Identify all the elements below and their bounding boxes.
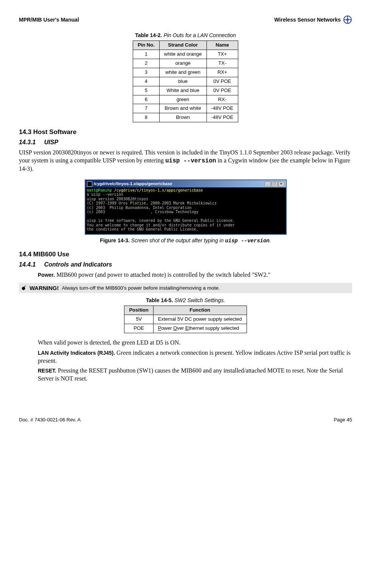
terminal-line: the conditions of the GNU General Public… (87, 227, 199, 231)
col-header: Name (206, 41, 238, 50)
minimize-icon[interactable]: _ (265, 181, 271, 187)
table-14-2-label: Table 14-2. (135, 32, 162, 38)
run-in-label: Power. (38, 272, 55, 278)
cell: White and blue (159, 86, 206, 95)
reset-paragraph: RESET. Pressing the RESET pushbutton (SW… (38, 367, 352, 383)
cell: green (159, 95, 206, 104)
section-14-4-1-heading: 14.4.1 Controls and Indicators (19, 261, 352, 269)
subsection-number: 14.3.1 (19, 139, 36, 145)
cell: POE (124, 324, 153, 333)
cell: 0V POE (206, 77, 238, 86)
page-header: MPR/MIB User's Manual Wireless Sensor Ne… (19, 15, 352, 24)
footer-page-number: Page 45 (334, 417, 352, 423)
inline-code: uisp --version (225, 238, 270, 244)
col-header: Pin No. (133, 41, 159, 50)
cell-text: thernet supply selected (189, 325, 239, 331)
table-row: POE Power Over Ethernet supply selected (124, 324, 247, 333)
table-row: Position Function (124, 306, 247, 315)
footer-doc-number: Doc. # 7430-0021-06 Rev. A (19, 417, 81, 423)
subsection-title: Controls and Indicators (44, 261, 112, 268)
subsection-number: 14.4.1 (19, 261, 36, 268)
cell-text: ver (177, 325, 185, 331)
table-row: 7Brown and white-48V POE (133, 104, 238, 113)
cell: -48V POE (206, 113, 238, 122)
cell: 1 (133, 50, 159, 59)
terminal-line: (C) 1997-1999 Uros Platise, 2000-2003 Ma… (87, 201, 217, 205)
cell: 8 (133, 113, 159, 122)
subsection-title: UISP (44, 139, 58, 145)
svg-point-4 (22, 287, 25, 290)
cell: RX+ (206, 68, 238, 77)
section-14-3-heading: 14.3 Host Software (19, 128, 352, 136)
cell: 7 (133, 104, 159, 113)
terminal-line: (c) 2003 Philip Buonadonna, Intel Corpor… (87, 206, 192, 210)
terminal-line: uisp version 20030820tinyos (87, 197, 149, 201)
header-right: Wireless Sensor Networks (274, 15, 352, 24)
cell: 5 (133, 86, 159, 95)
table-row: 2orangeTX- (133, 59, 238, 68)
cell: 6 (133, 95, 159, 104)
col-header: Function (153, 306, 247, 315)
crossbow-logo-icon (343, 15, 352, 24)
col-header: Strand Color (159, 41, 206, 50)
header-right-text: Wireless Sensor Networks (274, 16, 341, 23)
uisp-paragraph: UISP version 20030820tinyos or newer is … (19, 149, 352, 173)
cell: External 5V DC power supply selected (153, 315, 247, 324)
section-14-3-1-heading: 14.3.1 UISP (19, 139, 352, 147)
power-detected-paragraph: When valid power is detected, the green … (38, 339, 352, 347)
terminal-line: You are welcome to change it and/or dist… (87, 223, 235, 227)
underline: E (185, 325, 189, 331)
svg-point-3 (346, 19, 349, 21)
para-text: Pressing the RESET pushbutton (SW1) caus… (38, 367, 343, 382)
table-row: 3white and greenRX+ (133, 68, 238, 77)
cell: white and orange (159, 50, 206, 59)
para-text: MIB600 power (and power to attached mote… (55, 271, 270, 278)
cell: -48V POE (206, 104, 238, 113)
window-controls: _ □ × (265, 181, 284, 187)
figure-text: Screen shot of the output after typing i… (131, 237, 225, 243)
page-footer: Doc. # 7430-0021-06 Rev. A Page 45 (19, 417, 352, 423)
figure-14-3-caption: Figure 14-3. Screen shot of the output a… (19, 237, 352, 244)
cell: orange (159, 59, 206, 68)
cell: TX+ (206, 50, 238, 59)
table-row: 4blue0V POE (133, 77, 238, 86)
table-row: 1white and orangeTX+ (133, 50, 238, 59)
header-left: MPR/MIB User's Manual (19, 16, 79, 23)
terminal-prompt-path: /cygdrive/c/tinyos-1.x/apps/genericbase (114, 188, 203, 192)
cell: 3 (133, 68, 159, 77)
terminal-line: (c) 2003 , Crossbow Technology (87, 210, 199, 214)
terminal-titlebar: /cygdrive/c/tinyos-1.x/apps/genericbase … (85, 180, 286, 187)
terminal-title: /cygdrive/c/tinyos-1.x/apps/genericbase (94, 181, 172, 186)
cell: 5V (124, 315, 153, 324)
terminal-window: /cygdrive/c/tinyos-1.x/apps/genericbase … (85, 179, 287, 234)
warning-banner: WARNING! Always turn-off the MIB600's po… (19, 283, 352, 293)
close-icon[interactable]: × (278, 181, 284, 187)
terminal-prompt-user: matt@Pamihp (87, 188, 114, 192)
table-row: Pin No. Strand Color Name (133, 41, 238, 50)
underline: O (173, 325, 177, 331)
cell: TX- (206, 59, 238, 68)
table-row: 8Brown-48V POE (133, 113, 238, 122)
figure-14-3-screenshot: /cygdrive/c/tinyos-1.x/apps/genericbase … (19, 179, 352, 234)
terminal-body: matt@Pamihp /cygdrive/c/tinyos-1.x/apps/… (85, 187, 286, 234)
maximize-icon[interactable]: □ (272, 181, 278, 187)
section-14-4-heading: 14.4 MIB600 Use (19, 250, 352, 259)
figure-label: Figure 14-3. (100, 237, 130, 243)
table-14-2-caption: Table 14-2. Pin Outs for a LAN Connectio… (19, 32, 352, 39)
table-row: 6greenRX- (133, 95, 238, 104)
col-header: Position (124, 306, 153, 315)
cell: 4 (133, 77, 159, 86)
cell: 2 (133, 59, 159, 68)
bomb-icon (21, 285, 26, 290)
inline-code: uisp --version (165, 158, 216, 164)
cell: white and green (159, 68, 206, 77)
table-14-5-title: SW2 Switch Settings. (174, 297, 225, 303)
run-in-label: RESET. (38, 368, 56, 374)
lan-paragraph: LAN Activity Indicators (RJ45). Green in… (38, 349, 352, 365)
figure-text: . (270, 237, 271, 243)
run-in-label: LAN Activity Indicators (RJ45). (38, 350, 115, 356)
cell: Brown (159, 113, 206, 122)
cell-text: ower (161, 325, 173, 331)
cell: 0V POE (206, 86, 238, 95)
table-row: 5V External 5V DC power supply selected (124, 315, 247, 324)
